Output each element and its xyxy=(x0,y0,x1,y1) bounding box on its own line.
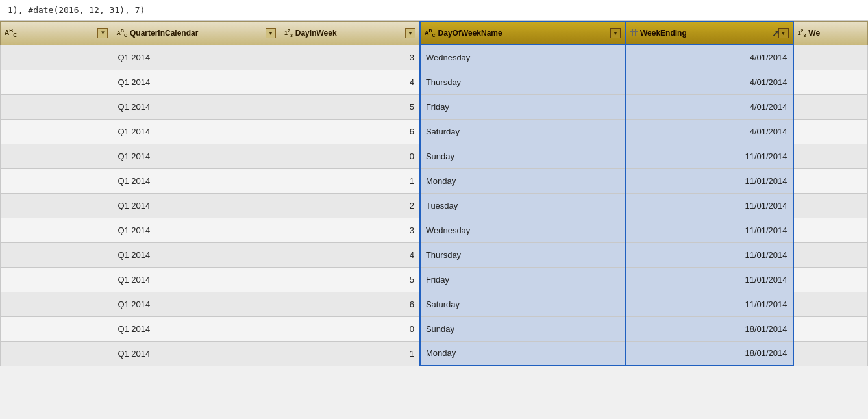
cell-monthincalendar xyxy=(1,94,112,119)
cell-dayofweekname: Sunday xyxy=(420,316,625,341)
cell-dayinweek: 0 xyxy=(280,316,419,341)
cell-dayofweekname: Monday xyxy=(420,168,625,193)
cell-monthincalendar xyxy=(1,218,112,242)
cell-monthincalendar xyxy=(1,316,112,341)
table-row: Q1 20141Monday18/01/2014 xyxy=(1,341,868,366)
type-icon-dayinweek: 123 xyxy=(284,29,293,38)
cell-weeknum xyxy=(793,218,868,242)
col-header-weeknum: 123 We xyxy=(793,21,868,45)
cell-weekending: 4/01/2014 xyxy=(625,45,793,70)
cell-weekending: 4/01/2014 xyxy=(625,119,793,144)
cell-dayofweekname: Tuesday xyxy=(420,193,625,218)
cell-weeknum xyxy=(793,70,868,94)
cell-weeknum xyxy=(793,144,868,168)
formula-text: 1), #date(2016, 12, 31), 7) xyxy=(8,5,145,15)
cell-monthincalendar xyxy=(1,267,112,292)
cell-dayinweek: 6 xyxy=(280,292,419,316)
col-header-weekending: WeekEnding ▼ ↗ xyxy=(625,21,793,45)
table-row: Q1 20141Monday11/01/2014 xyxy=(1,168,868,193)
cell-quarterincalendar: Q1 2014 xyxy=(112,218,280,242)
table-row: Q1 20142Tuesday11/01/2014 xyxy=(1,193,868,218)
cell-dayofweekname: Thursday xyxy=(420,70,625,94)
cell-weekending: 11/01/2014 xyxy=(625,168,793,193)
cell-dayofweekname: Friday xyxy=(420,94,625,119)
cell-quarterincalendar: Q1 2014 xyxy=(112,45,280,70)
cell-monthincalendar xyxy=(1,119,112,144)
type-icon-weeknum: 123 xyxy=(798,29,806,38)
cell-weekending: 11/01/2014 xyxy=(625,242,793,267)
cell-monthincalendar xyxy=(1,292,112,316)
cell-dayinweek: 6 xyxy=(280,119,419,144)
cell-weeknum xyxy=(793,119,868,144)
cell-dayinweek: 1 xyxy=(280,168,419,193)
cell-weekending: 11/01/2014 xyxy=(625,193,793,218)
cell-dayofweekname: Monday xyxy=(420,341,625,366)
formula-bar: 1), #date(2016, 12, 31), 7) xyxy=(0,0,868,21)
cell-dayofweekname: Sunday xyxy=(420,144,625,168)
cell-dayinweek: 4 xyxy=(280,242,419,267)
cell-quarterincalendar: Q1 2014 xyxy=(112,119,280,144)
cell-monthincalendar xyxy=(1,341,112,366)
filter-btn-dayinweek[interactable]: ▼ xyxy=(405,28,415,38)
cell-dayinweek: 1 xyxy=(280,341,419,366)
cell-weekending: 4/01/2014 xyxy=(625,70,793,94)
table-row: Q1 20144Thursday4/01/2014 xyxy=(1,70,868,94)
cell-monthincalendar xyxy=(1,144,112,168)
cell-weeknum xyxy=(793,316,868,341)
cell-weeknum xyxy=(793,94,868,119)
cell-weeknum xyxy=(793,267,868,292)
cell-quarterincalendar: Q1 2014 xyxy=(112,341,280,366)
filter-btn-weekending[interactable]: ▼ xyxy=(778,28,789,38)
cell-dayofweekname: Saturday xyxy=(420,292,625,316)
cell-dayofweekname: Thursday xyxy=(420,242,625,267)
cell-weekending: 11/01/2014 xyxy=(625,292,793,316)
cell-quarterincalendar: Q1 2014 xyxy=(112,267,280,292)
cell-weeknum xyxy=(793,45,868,70)
table-row: Q1 20143Wednesday4/01/2014 xyxy=(1,45,868,70)
cell-weekending: 11/01/2014 xyxy=(625,267,793,292)
type-icon-monthincalendar: ABC xyxy=(5,27,17,38)
filter-btn-dayofweekname[interactable]: ▼ xyxy=(610,28,621,38)
col-label-weeknum: We xyxy=(808,29,863,38)
cell-quarterincalendar: Q1 2014 xyxy=(112,242,280,267)
filter-btn-monthincalendar[interactable]: ▼ xyxy=(97,28,108,38)
col-header-monthincalendar: ABC ▼ xyxy=(1,21,112,45)
table-row: Q1 20146Saturday11/01/2014 xyxy=(1,292,868,316)
col-label-dayofweekname: DayOfWeekName xyxy=(438,29,608,38)
cell-weeknum xyxy=(793,292,868,316)
grid-icon xyxy=(630,29,638,36)
cell-monthincalendar xyxy=(1,70,112,94)
cell-monthincalendar xyxy=(1,193,112,218)
cell-quarterincalendar: Q1 2014 xyxy=(112,70,280,94)
cell-quarterincalendar: Q1 2014 xyxy=(112,94,280,119)
cell-dayofweekname: Wednesday xyxy=(420,218,625,242)
cell-dayinweek: 2 xyxy=(280,193,419,218)
cell-dayofweekname: Wednesday xyxy=(420,45,625,70)
cell-weeknum xyxy=(793,193,868,218)
table-wrapper: ABC ▼ ABC QuarterInCalendar ▼ 123 D xyxy=(0,21,868,419)
cell-weeknum xyxy=(793,341,868,366)
cell-dayofweekname: Saturday xyxy=(420,119,625,144)
cursor-icon: ↗ xyxy=(772,28,780,38)
cell-weekending: 11/01/2014 xyxy=(625,144,793,168)
type-icon-weekending xyxy=(630,29,638,38)
cell-quarterincalendar: Q1 2014 xyxy=(112,193,280,218)
cell-weeknum xyxy=(793,242,868,267)
cell-monthincalendar xyxy=(1,242,112,267)
table-row: Q1 20146Saturday4/01/2014 xyxy=(1,119,868,144)
cell-weekending: 4/01/2014 xyxy=(625,94,793,119)
col-header-dayinweek: 123 DayInWeek ▼ xyxy=(280,21,419,45)
cell-quarterincalendar: Q1 2014 xyxy=(112,168,280,193)
cell-dayinweek: 0 xyxy=(280,144,419,168)
col-label-quarterincalendar: QuarterInCalendar xyxy=(130,29,263,38)
cell-weekending: 18/01/2014 xyxy=(625,341,793,366)
table-row: Q1 20145Friday11/01/2014 xyxy=(1,267,868,292)
header-row: ABC ▼ ABC QuarterInCalendar ▼ 123 D xyxy=(1,21,868,45)
cell-monthincalendar xyxy=(1,168,112,193)
table-row: Q1 20143Wednesday11/01/2014 xyxy=(1,218,868,242)
cell-dayofweekname: Friday xyxy=(420,267,625,292)
filter-btn-quarterincalendar[interactable]: ▼ xyxy=(266,28,276,38)
col-label-weekending: WeekEnding xyxy=(640,29,776,38)
col-label-dayinweek: DayInWeek xyxy=(295,29,403,38)
col-header-quarterincalendar: ABC QuarterInCalendar ▼ xyxy=(112,21,280,45)
